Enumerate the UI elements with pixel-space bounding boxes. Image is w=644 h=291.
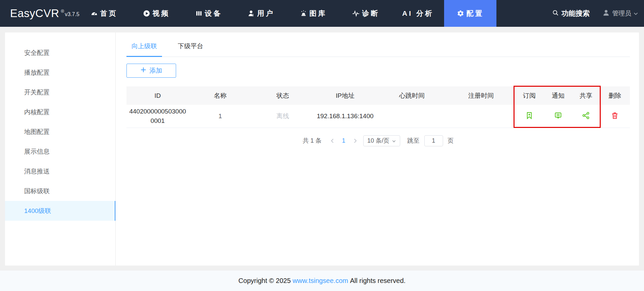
- next-page-button[interactable]: [352, 138, 359, 144]
- nav-label: 首页: [100, 9, 118, 18]
- sidebar-item-display-info[interactable]: 展示信息: [5, 142, 115, 161]
- tab-upper-cascade[interactable]: 向上级联: [126, 32, 162, 57]
- cascade-table: ID 名称 状态 IP地址 心跳时间 注册时间 订阅 通知 共享 删除: [126, 86, 630, 128]
- cell-status: 离线: [252, 105, 314, 128]
- search-icon: [552, 9, 559, 18]
- page-suffix-label: 页: [448, 137, 454, 145]
- tsingsee-link[interactable]: www.tsingsee.com: [292, 277, 348, 285]
- cell-heartbeat: [376, 105, 447, 128]
- diagnosis-icon: [352, 10, 360, 17]
- brand: EasyCVR ® v3.7.5: [0, 0, 78, 27]
- admin-avatar-icon: [602, 9, 610, 18]
- delete-button[interactable]: [609, 110, 620, 122]
- sidebar-item-message-push[interactable]: 消息推送: [5, 161, 115, 181]
- cell-id: 44020000005030000001: [126, 105, 189, 128]
- function-search-button[interactable]: 功能搜索: [552, 9, 590, 18]
- nav-label: 用户: [257, 9, 275, 18]
- user-menu-label: 管理员: [612, 9, 631, 18]
- add-button[interactable]: 添加: [126, 64, 176, 78]
- nav-label: 图库: [310, 9, 327, 18]
- cascade-tabs: 向上级联 下级平台: [126, 32, 630, 57]
- select-chevron-down-icon: [392, 137, 396, 144]
- tab-lower-platform[interactable]: 下级平台: [173, 32, 208, 57]
- cell-name: 1: [189, 105, 252, 128]
- nav-label: 设备: [205, 9, 222, 18]
- sidebar-item-gb-cascade[interactable]: 国标级联: [5, 181, 115, 201]
- col-header-status: 状态: [252, 86, 314, 105]
- subscribe-button[interactable]: [524, 110, 535, 122]
- gear-icon: [457, 10, 464, 17]
- app-logo: EasyCVR: [10, 7, 59, 20]
- col-header-register-time: 注册时间: [447, 86, 515, 105]
- navbar-right: 功能搜索 管理员: [552, 0, 644, 27]
- table-header-row: ID 名称 状态 IP地址 心跳时间 注册时间 订阅 通知 共享 删除: [126, 86, 630, 105]
- main-content: 向上级联 下级平台 添加 ID: [116, 32, 639, 266]
- sidebar-item-play-config[interactable]: 播放配置: [5, 63, 115, 82]
- video-icon: [143, 10, 150, 17]
- top-navbar: EasyCVR ® v3.7.5 首页 视频 设备 用户: [0, 0, 644, 27]
- function-search-label: 功能搜索: [561, 9, 590, 18]
- share-button[interactable]: [581, 110, 591, 122]
- col-header-heartbeat: 心跳时间: [376, 86, 447, 105]
- user-icon: [248, 10, 255, 17]
- content-card: 安全配置 播放配置 开关配置 内核配置 地图配置 展示信息 消息推送 国标级联 …: [5, 32, 639, 266]
- nav-item-config[interactable]: 配置: [444, 0, 496, 27]
- page-size-select[interactable]: 10 条/页: [363, 135, 400, 146]
- nav-item-ai-analysis[interactable]: AI 分析: [392, 0, 444, 27]
- col-header-id: ID: [126, 86, 189, 105]
- bookmark-plus-icon: [525, 112, 533, 121]
- dashboard-icon: [91, 10, 98, 17]
- page-size-value: 10 条/页: [367, 137, 389, 145]
- cell-share: [572, 105, 600, 128]
- main-menu: 首页 视频 设备 用户 图库: [78, 0, 496, 27]
- sidebar-item-1400-cascade[interactable]: 1400级联: [5, 201, 115, 221]
- copyright-suffix: All rights reserved.: [348, 277, 406, 285]
- jump-to-label: 跳至: [408, 137, 420, 145]
- nav-label: AI 分析: [402, 9, 434, 18]
- cascade-table-wrap: ID 名称 状态 IP地址 心跳时间 注册时间 订阅 通知 共享 删除: [126, 86, 630, 128]
- device-icon: [195, 10, 203, 17]
- settings-sidebar: 安全配置 播放配置 开关配置 内核配置 地图配置 展示信息 消息推送 国标级联 …: [5, 32, 116, 266]
- trash-icon: [611, 112, 619, 121]
- nav-label: 配置: [467, 9, 484, 18]
- page-footer: Copyright © 2025 www.tsingsee.com All ri…: [0, 271, 644, 291]
- page-number-current[interactable]: 1: [340, 137, 347, 144]
- plus-icon: [141, 67, 146, 74]
- sidebar-item-switch-config[interactable]: 开关配置: [5, 82, 115, 102]
- copyright-prefix: Copyright © 2025: [238, 277, 293, 285]
- col-header-ip: IP地址: [314, 86, 376, 105]
- nav-item-user[interactable]: 用户: [235, 0, 287, 27]
- col-header-subscribe: 订阅: [515, 86, 544, 105]
- gallery-icon: [300, 10, 307, 17]
- sidebar-item-map-config[interactable]: 地图配置: [5, 122, 115, 142]
- jump-page-input[interactable]: [424, 135, 443, 146]
- nav-item-diagnosis[interactable]: 诊断: [339, 0, 392, 27]
- share-nodes-icon: [582, 112, 590, 121]
- app-version: v3.7.5: [65, 11, 79, 17]
- sidebar-item-kernel-config[interactable]: 内核配置: [5, 102, 115, 122]
- col-header-delete: 删除: [600, 86, 630, 105]
- cell-ip: 192.168.1.136:1400: [314, 105, 376, 128]
- chevron-down-icon: [634, 10, 638, 17]
- notify-button[interactable]: [553, 110, 564, 122]
- cell-notify: [544, 105, 572, 128]
- user-menu[interactable]: 管理员: [602, 9, 638, 18]
- col-header-name: 名称: [189, 86, 252, 105]
- pagination: 共 1 条 1 10 条/页 跳至 页: [126, 135, 630, 146]
- table-row: 44020000005030000001 1 离线 192.168.1.136:…: [126, 105, 630, 128]
- prev-page-button[interactable]: [329, 138, 335, 144]
- comment-icon: [554, 112, 562, 121]
- cell-subscribe: [515, 105, 544, 128]
- cell-delete: [600, 105, 630, 128]
- pagination-total: 共 1 条: [303, 137, 321, 145]
- cell-register-time: [447, 105, 515, 128]
- col-header-notify: 通知: [544, 86, 572, 105]
- nav-label: 视频: [153, 9, 170, 18]
- nav-item-device[interactable]: 设备: [182, 0, 235, 27]
- nav-item-gallery[interactable]: 图库: [287, 0, 339, 27]
- nav-item-video[interactable]: 视频: [130, 0, 182, 27]
- sidebar-item-security-config[interactable]: 安全配置: [5, 43, 115, 63]
- nav-item-home[interactable]: 首页: [78, 0, 130, 27]
- col-header-share: 共享: [572, 86, 600, 105]
- add-button-label: 添加: [150, 66, 162, 75]
